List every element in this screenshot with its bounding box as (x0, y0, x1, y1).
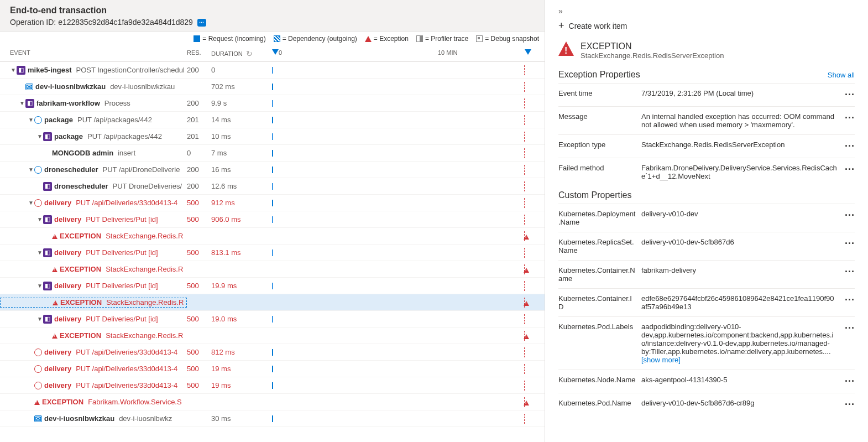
timeline-red-line (524, 181, 525, 191)
caret-icon[interactable]: ▼ (36, 133, 43, 139)
app-icon: ◧ (43, 132, 52, 141)
tree-row[interactable]: ▼◧fabrikam-workflowProcess2009.9 s (0, 95, 545, 112)
exception-icon (365, 36, 372, 42)
property-menu-icon[interactable]: ··· (841, 112, 855, 124)
property-key: Kubernetes.Pod.Labels (558, 323, 641, 331)
app-icon: ◧ (43, 215, 52, 224)
tree-row[interactable]: EXCEPTIONFabrikam.Workflow.Service.S (0, 394, 545, 410)
caret-icon[interactable]: ▼ (36, 283, 43, 289)
property-menu-icon[interactable]: ··· (841, 323, 855, 334)
property-menu-icon[interactable]: ··· (841, 210, 855, 221)
legend-request: = Request (incoming) (194, 35, 265, 43)
event-cell: ✉dev-i-iuosnlbwkzkaudev-i-iuosnlbwkzkau (0, 82, 187, 91)
tree-row[interactable]: ▼◧mike5-ingestPOST IngestionController/s… (0, 62, 545, 79)
tree-row[interactable]: ▼◧deliveryPUT Deliveries/Put [id]50019.9… (0, 278, 545, 294)
timeline-red-line (524, 98, 525, 108)
timeline-cell (272, 132, 540, 142)
property-menu-icon[interactable]: ··· (841, 399, 855, 410)
tree-row[interactable]: deliveryPUT /api/Deliveries/33d0d413-450… (0, 377, 545, 394)
service-name: EXCEPTION (60, 331, 101, 340)
timeline-red-line (524, 231, 525, 241)
caret-icon[interactable]: ▼ (28, 200, 34, 206)
caret-icon[interactable]: ▼ (36, 216, 43, 222)
app-icon: ◧ (43, 315, 52, 324)
result-cell: 200 (187, 182, 211, 190)
property-menu-icon[interactable]: ··· (841, 376, 855, 387)
tree-row[interactable]: deliveryPUT /api/Deliveries/33d0d413-450… (0, 344, 545, 361)
create-work-item[interactable]: + Create work item (558, 20, 855, 32)
tree-row[interactable]: EXCEPTIONStackExchange.Redis.R (0, 228, 545, 245)
exception-heading: EXCEPTION (581, 41, 724, 51)
service-name: MONGODB admin (52, 149, 113, 157)
tree-row[interactable]: MONGODB admininsert07 ms (0, 145, 545, 162)
result-cell: 500 (187, 248, 211, 257)
timeline-cell (272, 215, 540, 225)
property-key: Event time (558, 89, 641, 97)
timeline-bar (272, 283, 273, 289)
caret-icon[interactable]: ▼ (28, 117, 34, 123)
duration-cell: 19 ms (211, 365, 272, 373)
operation-name: dev-i-iuosnlbwkzkau (110, 82, 175, 91)
caret-icon[interactable]: ▼ (36, 249, 43, 256)
tree-row[interactable]: deliveryPUT /api/Deliveries/33d0d413-450… (0, 361, 545, 377)
duration-cell: 906.0 ms (211, 215, 272, 223)
timeline-start-pin[interactable] (272, 49, 279, 55)
timeline-red-line (524, 414, 525, 424)
caret-icon[interactable]: ▼ (19, 100, 25, 106)
tree-row[interactable]: ▼◧deliveryPUT Deliveries/Put [id]50019.0… (0, 311, 545, 327)
property-menu-icon[interactable]: ··· (841, 141, 855, 152)
collapse-icon[interactable]: » (558, 7, 855, 15)
property-menu-icon[interactable]: ··· (841, 294, 855, 306)
custom-properties-title: Custom Properties (558, 190, 855, 200)
caret-icon[interactable]: ▼ (10, 67, 17, 73)
timeline-bar (272, 150, 273, 157)
timeline-cell (272, 198, 540, 208)
info-icon[interactable]: ⋯ (197, 19, 206, 27)
history-icon[interactable]: ↻ (246, 49, 253, 58)
duration-cell: 812 ms (211, 348, 272, 356)
show-all-link[interactable]: Show all (828, 71, 855, 79)
show-more-link[interactable]: [show more] (641, 356, 681, 364)
tree-row[interactable]: ✉dev-i-iuosnlbwkzkaudev-i-iuosnlbwkzkau7… (0, 79, 545, 95)
tree-row[interactable]: ▼◧deliveryPUT Deliveries/Put [id]500906.… (0, 211, 545, 228)
service-name: dronescheduler (54, 182, 108, 190)
property-row: Event time7/31/2019, 2:31:26 PM (Local t… (558, 83, 855, 106)
event-cell: ◧droneschedulerPUT DroneDeliveries/ (0, 182, 187, 191)
globe-icon (34, 365, 42, 373)
operation-name: StackExchange.Redis.R (106, 298, 184, 306)
service-name: EXCEPTION (60, 232, 101, 240)
tree-row[interactable]: ▼packagePUT /api/packages/44220114 ms (0, 112, 545, 128)
timeline-cell (272, 397, 540, 407)
app-icon: ◧ (25, 99, 34, 108)
timeline-red-line (524, 347, 525, 357)
tree-row[interactable]: ▼deliveryPUT /api/Deliveries/33d0d413-45… (0, 195, 545, 211)
property-menu-icon[interactable]: ··· (841, 89, 855, 101)
tree-row[interactable]: ▼◧deliveryPUT Deliveries/Put [id]500813.… (0, 245, 545, 261)
tree-row[interactable]: EXCEPTIONStackExchange.Redis.R (0, 327, 545, 344)
event-cell: ▼droneschedulerPUT /api/DroneDeliverie (0, 165, 187, 174)
tree-row[interactable]: ◧droneschedulerPUT DroneDeliveries/20012… (0, 178, 545, 195)
duration-cell: 10 ms (211, 132, 272, 141)
transaction-header: End-to-end transaction Operation ID: e12… (0, 0, 545, 32)
tree-row[interactable]: ▼droneschedulerPUT /api/DroneDeliverie20… (0, 162, 545, 178)
caret-icon[interactable]: ▼ (36, 316, 43, 322)
caret-icon[interactable]: ▼ (28, 167, 34, 173)
timeline-red-line (524, 314, 525, 324)
tree-row[interactable]: EXCEPTIONStackExchange.Redis.R (0, 261, 545, 278)
property-menu-icon[interactable]: ··· (841, 164, 855, 175)
operation-name: PUT /api/packages/442 (87, 132, 162, 141)
service-name: delivery (54, 282, 81, 290)
transaction-tree[interactable]: ▼◧mike5-ingestPOST IngestionController/s… (0, 62, 545, 442)
timeline-end-pin[interactable] (525, 49, 531, 55)
timeline-cell (272, 165, 540, 175)
operation-name: StackExchange.Redis.R (106, 265, 183, 273)
tree-row[interactable]: ✉dev-i-iuosnlbwkzkaudev-i-iuosnlbwkz30 m… (0, 410, 545, 427)
property-menu-icon[interactable]: ··· (841, 266, 855, 278)
envelope-icon: ✉ (25, 84, 33, 90)
property-menu-icon[interactable]: ··· (841, 238, 855, 249)
exception-icon (52, 265, 57, 274)
service-name: dev-i-iuosnlbwkzkau (44, 414, 114, 423)
tree-row[interactable]: EXCEPTIONStackExchange.Redis.R (0, 294, 545, 311)
operation-name: PUT /api/DroneDeliverie (103, 165, 180, 174)
tree-row[interactable]: ▼◧packagePUT /api/packages/44220110 ms (0, 128, 545, 145)
